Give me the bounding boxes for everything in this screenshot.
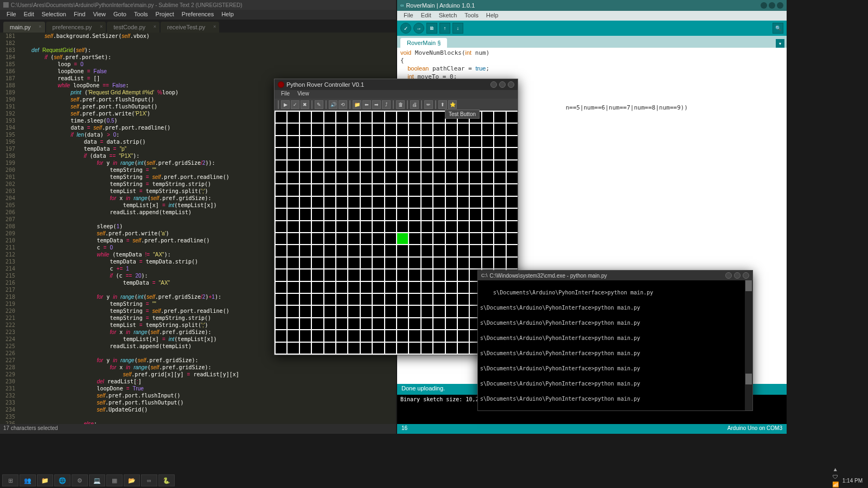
tab-receiveTest.py[interactable]: receiveTest.py×	[161, 22, 219, 33]
tool-button-22[interactable]: ⭐	[448, 100, 457, 109]
tool-button-21[interactable]: ⬆	[438, 100, 447, 109]
tool-button-17[interactable]: 🖨	[410, 100, 419, 109]
system-tray: ▲🛡📶🔊 1:14 PM	[832, 465, 866, 488]
close-button[interactable]	[508, 81, 514, 88]
menu-tools[interactable]: Tools	[131, 10, 151, 20]
active-cell[interactable]	[397, 233, 408, 244]
tab-testCode.py[interactable]: testCode.py×	[107, 22, 159, 33]
app-icon	[3, 2, 9, 8]
tool-button-12[interactable]: ➡	[372, 100, 381, 109]
taskbar-app-7[interactable]: 📂	[124, 474, 140, 486]
menu-view[interactable]: View	[294, 90, 312, 99]
tool-button-15[interactable]: 🗑	[396, 100, 405, 109]
tool-button-10[interactable]: 📁	[353, 100, 361, 109]
menu-view[interactable]: View	[90, 10, 109, 20]
close-button[interactable]	[743, 272, 749, 279]
new-button[interactable]: 🗎	[426, 23, 437, 34]
cmd-output[interactable]: s\Documents\Arduino\PyhonInterface>pytho…	[478, 280, 752, 410]
minimize-button[interactable]	[725, 272, 732, 279]
tool-button-1[interactable]: ▶	[281, 100, 290, 109]
tool-button-19[interactable]: ✏	[424, 100, 433, 109]
taskbar-app-8[interactable]: ∞	[141, 474, 157, 486]
verify-button[interactable]: ✓	[400, 23, 411, 34]
tool-button-3[interactable]: ✖	[301, 100, 309, 109]
rover-titlebar[interactable]: Python Rover Controller V0.1	[275, 79, 518, 90]
close-icon[interactable]: ×	[154, 24, 156, 29]
window-controls	[490, 81, 514, 88]
sublime-tabbar: main.py×preferences.py×testCode.py×recei…	[0, 20, 396, 33]
arduino-icon: ∞	[400, 3, 404, 8]
separator	[393, 100, 394, 109]
close-icon[interactable]: ×	[213, 24, 216, 29]
menu-edit[interactable]: Edit	[418, 11, 435, 21]
save-button[interactable]: ↓	[452, 23, 463, 34]
sublime-titlebar[interactable]: C:\Users\Ares\Documents\Arduino\PythonIn…	[0, 0, 396, 10]
taskbar-app-2[interactable]: 📁	[37, 474, 53, 486]
menu-help[interactable]: Help	[218, 10, 237, 20]
menu-file[interactable]: File	[278, 90, 293, 99]
open-button[interactable]: ↑	[439, 23, 450, 34]
clock[interactable]: 1:14 PM	[843, 478, 863, 484]
menu-find[interactable]: Find	[71, 10, 88, 20]
taskbar-app-1[interactable]: 👥	[20, 474, 36, 486]
tray-icon[interactable]: 🛡	[832, 473, 839, 480]
sublime-title-text: C:\Users\Ares\Documents\Arduino\PythonIn…	[11, 2, 242, 8]
menu-help[interactable]: Help	[483, 11, 502, 21]
rover-toolbar: Test Button ▶✓✖✎🔊⟲📁⬅➡⤴🗑🖨✏⬆⭐	[275, 99, 518, 111]
tray-icon[interactable]: 📶	[832, 480, 839, 488]
arduino-toolbar: ✓ → 🗎 ↑ ↓ 🔍	[397, 21, 787, 36]
tool-button-13[interactable]: ⤴	[382, 100, 391, 109]
rover-title-text: Python Rover Controller V0.1	[286, 81, 364, 88]
minimize-button[interactable]	[761, 2, 767, 9]
tab-preferences.py[interactable]: preferences.py×	[46, 22, 106, 33]
menu-project[interactable]: Project	[152, 10, 177, 20]
tool-button-2[interactable]: ✓	[291, 100, 299, 109]
separator	[421, 100, 422, 109]
upload-button[interactable]: →	[413, 23, 424, 34]
board-port: Arduino Uno on COM3	[727, 425, 782, 433]
maximize-button[interactable]	[499, 81, 506, 88]
tool-button-5[interactable]: ✎	[315, 100, 323, 109]
taskbar-app-0[interactable]: ⊞	[2, 474, 18, 486]
tool-button-8[interactable]: ⟲	[339, 100, 347, 109]
close-icon[interactable]: ×	[100, 24, 103, 29]
taskbar-app-6[interactable]: ▦	[106, 474, 123, 486]
separator	[326, 100, 327, 109]
menu-goto[interactable]: Goto	[110, 10, 130, 20]
menu-file[interactable]: File	[3, 10, 20, 20]
scroll-thumb[interactable]	[745, 280, 752, 291]
taskbar: ⊞👥📁🌐⚙💻▦📂∞🐍 ▲🛡📶🔊 1:14 PM	[0, 473, 868, 488]
menu-tools[interactable]: Tools	[461, 11, 482, 21]
serial-monitor-button[interactable]: 🔍	[773, 23, 783, 34]
arduino-statusbar: 16 Arduino Uno on COM3	[397, 424, 787, 434]
taskbar-app-9[interactable]: 🐍	[158, 474, 175, 486]
tray-icon[interactable]: ▲	[832, 465, 839, 473]
close-icon[interactable]: ×	[39, 24, 41, 29]
menu-edit[interactable]: Edit	[21, 10, 37, 20]
window-controls	[761, 2, 783, 9]
maximize-button[interactable]	[734, 272, 741, 279]
sublime-statusbar: 17 characters selected	[0, 424, 396, 434]
tab-main.py[interactable]: main.py×	[3, 22, 45, 33]
scrollbar[interactable]	[745, 280, 752, 410]
scroll-thumb[interactable]	[745, 374, 752, 384]
menu-sketch[interactable]: Sketch	[436, 11, 461, 21]
taskbar-app-3[interactable]: 🌐	[54, 474, 71, 486]
close-button[interactable]	[777, 2, 783, 9]
minimize-button[interactable]	[490, 81, 497, 88]
tool-button-7[interactable]: 🔊	[329, 100, 337, 109]
arduino-titlebar[interactable]: ∞ RoverMain | Arduino 1.0.1	[397, 0, 787, 11]
cmd-titlebar[interactable]: C:\ C:\Windows\system32\cmd.exe - python…	[478, 271, 752, 280]
menu-preferences[interactable]: Preferences	[178, 10, 217, 20]
menu-selection[interactable]: Selection	[39, 10, 69, 20]
window-controls	[725, 272, 749, 279]
sketch-tab[interactable]: RoverMain §	[400, 38, 447, 48]
maximize-button[interactable]	[769, 2, 775, 9]
taskbar-app-4[interactable]: ⚙	[72, 474, 88, 486]
menu-file[interactable]: File	[400, 11, 417, 21]
cmd-icon: C:\	[481, 273, 488, 278]
tool-button-11[interactable]: ⬅	[362, 100, 371, 109]
tab-menu-button[interactable]: ▾	[776, 39, 784, 48]
taskbar-app-5[interactable]: 💻	[89, 474, 105, 486]
line-gutter: 181 182 183 184 185 186 187 188 189 190 …	[0, 33, 18, 424]
